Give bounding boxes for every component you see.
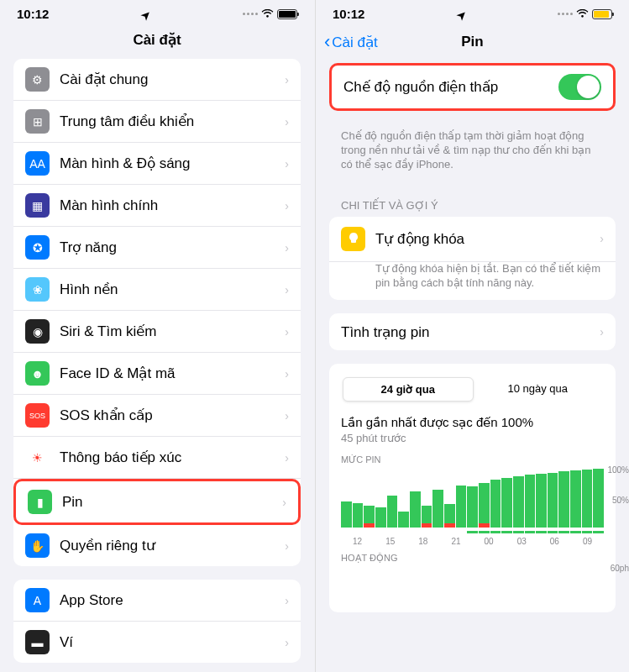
chevron-right-icon: › [285,283,289,297]
row-icon: ▦ [25,193,50,218]
wifi-icon [576,9,589,18]
activity-label: HOẠT ĐỘNG [341,553,604,564]
settings-row-m-n-h-nh-s-ng[interactable]: AAMàn hình & Độ sáng› [13,143,301,185]
status-time: 10:12 [333,7,364,21]
battery-health-row[interactable]: Tình trạng pin › [329,313,616,350]
activity-chart: 60ph [341,567,604,601]
chevron-right-icon: › [285,157,289,171]
row-label: Face ID & Mật mã [60,365,285,382]
settings-row-sos-kh-n-c-p[interactable]: SOSSOS khẩn cấp› [13,395,301,437]
chevron-right-icon: › [285,73,289,87]
row-label: Ví [60,634,285,651]
autolock-tip-row[interactable]: Tự động khóa › [329,217,616,262]
chevron-right-icon: › [600,325,604,339]
battery-screen: 10:12 ‹ Cài đặt Pin Chế độ nguồn điện th… [315,0,629,672]
low-power-footer: Chế độ nguồn điện thấp tạm thời giảm hoạ… [329,124,616,186]
status-right [243,9,297,19]
chevron-right-icon: › [282,496,286,509]
settings-row-pin[interactable]: ▮Pin› [13,479,301,525]
last-charge-sub: 45 phút trước [341,432,604,444]
health-group: Tình trạng pin › [329,313,616,350]
row-icon: ✋ [25,533,50,558]
row-icon: A [25,588,50,612]
chevron-right-icon: › [285,115,289,129]
row-label: Trợ năng [60,239,285,256]
page-title: Pin [461,34,483,50]
chevron-right-icon: › [285,409,289,423]
location-icon [457,7,466,21]
chevron-right-icon: › [285,241,289,255]
row-label: Quyền riêng tư [60,537,285,554]
tab-10d[interactable]: 10 ngày qua [474,377,603,402]
status-right [558,9,612,19]
row-icon: ☻ [25,361,50,386]
settings-row-siri-t-m-ki-m[interactable]: ◉Siri & Tìm kiếm› [13,311,301,353]
row-icon: SOS [25,403,50,428]
x-axis-labels: 1215182100030609 [341,537,604,546]
low-power-row[interactable]: Chế độ nguồn điện thấp [332,66,613,108]
chevron-right-icon: › [285,451,289,465]
last-charge-title: Lần gần nhất được sạc đến 100% [341,415,604,430]
row-icon: ▬ [25,630,50,654]
tips-header: CHI TIẾT VÀ GỢI Ý [329,186,616,217]
level-label: MỨC PIN [341,454,604,465]
chevron-right-icon: › [285,636,289,649]
chevron-right-icon: › [285,594,289,607]
row-icon: AA [25,151,50,176]
settings-row-th-ng-b-o-ti-p-x-c[interactable]: ☀Thông báo tiếp xúc› [13,437,301,479]
settings-row-m-n-h-nh-ch-nh[interactable]: ▦Màn hình chính› [13,185,301,227]
back-label: Cài đặt [332,34,377,51]
battery-icon [592,9,612,19]
settings-row-tr-n-ng[interactable]: ✪Trợ năng› [13,227,301,269]
row-icon: ▮ [28,490,52,514]
settings-row-h-nh-n-n[interactable]: ❀Hình nền› [13,269,301,311]
row-label: Màn hình chính [60,197,285,214]
row-label: Hình nền [60,281,285,298]
low-power-label: Chế độ nguồn điện thấp [343,78,558,96]
tips-group: Tự động khóa › Tự động khóa hiện bị tắt.… [329,217,616,301]
row-label: Siri & Tìm kiếm [60,323,285,340]
location-icon [141,7,150,21]
settings-row-quy-n-ri-ng-t-[interactable]: ✋Quyền riêng tư› [13,525,301,566]
usage-card: 24 giờ qua 10 ngày qua Lần gần nhất được… [329,364,616,612]
row-icon: ⚙ [25,67,50,92]
chevron-right-icon: › [285,539,289,553]
tab-24h[interactable]: 24 giờ qua [343,377,474,402]
health-label: Tình trạng pin [341,323,600,341]
time-range-tabs: 24 giờ qua 10 ngày qua [341,375,604,403]
back-button[interactable]: ‹ Cài đặt [324,31,378,53]
row-icon: ✪ [25,235,50,260]
settings-row-v-[interactable]: ▬Ví› [13,622,301,663]
settings-row-app-store[interactable]: AApp Store› [13,580,301,622]
row-icon: ⊞ [25,109,50,134]
row-label: Thông báo tiếp xúc [60,449,285,466]
settings-screen: 10:12 Cài đặt ⚙Cài đặt chung›⊞Trung tâm … [0,0,314,672]
row-icon: ❀ [25,277,50,302]
chevron-right-icon: › [285,199,289,213]
row-label: Trung tâm điều khiển [60,113,285,130]
settings-row-c-i-t-chung[interactable]: ⚙Cài đặt chung› [13,59,301,101]
low-power-toggle[interactable] [558,74,601,100]
row-label: Cài đặt chung [60,71,285,88]
settings-row-trung-t-m-i-u-khi-n[interactable]: ⊞Trung tâm điều khiển› [13,101,301,143]
wifi-icon [261,9,274,18]
row-icon: ◉ [25,319,50,344]
status-bar: 10:12 [316,0,629,24]
chevron-right-icon: › [285,325,289,339]
page-title: Cài đặt [0,24,314,59]
battery-icon [277,9,297,19]
row-label: Pin [62,494,282,511]
bulb-icon [341,227,365,251]
row-label: Màn hình & Độ sáng [60,155,285,172]
tip-label: Tự động khóa [375,230,600,248]
chevron-right-icon: › [600,232,604,245]
status-time: 10:12 [17,7,49,21]
settings-row-face-id-m-t-m-[interactable]: ☻Face ID & Mật mã› [13,353,301,395]
row-label: SOS khẩn cấp [60,407,285,424]
y-50: 50% [612,496,629,505]
battery-level-chart: 100% 50% [341,469,604,528]
nav-bar: ‹ Cài đặt Pin [316,24,629,63]
status-bar: 10:12 [0,0,314,24]
chevron-left-icon: ‹ [324,31,330,53]
row-icon: ☀ [25,445,50,470]
